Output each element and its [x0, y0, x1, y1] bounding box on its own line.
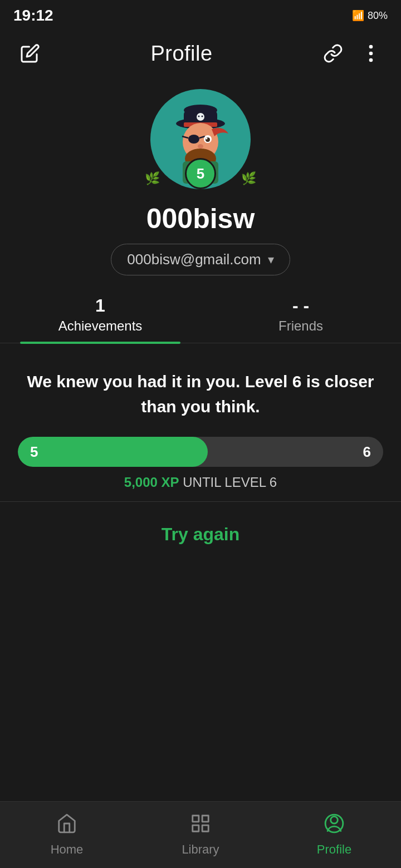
xp-progress-container: 5 6 5,000 XP UNTIL LEVEL 6	[18, 437, 383, 490]
edit-button[interactable]	[16, 39, 45, 68]
svg-rect-26	[202, 816, 208, 822]
level-badge: 5	[185, 158, 216, 189]
bottom-nav: Home Library Profile	[0, 801, 401, 868]
avatar-section: 🌿 5 🌿 000bisw 000bisw@gmail.com ▾ 1 Achi…	[0, 78, 401, 349]
leaf-left-icon: 🌿	[145, 171, 160, 186]
svg-rect-25	[193, 816, 199, 822]
network-indicator: 📶	[352, 9, 364, 22]
xp-amount: 5,000 XP	[124, 475, 179, 490]
email-text: 000bisw@gmail.com	[127, 251, 261, 268]
level-start: 5	[30, 443, 38, 461]
nav-library-label: Library	[182, 842, 219, 857]
xp-content-area: We knew you had it in you. Level 6 is cl…	[0, 349, 401, 502]
dropdown-arrow-icon: ▾	[268, 253, 274, 267]
tab-achievements[interactable]: 1 Achievements	[0, 295, 200, 343]
motivation-text: We knew you had it in you. Level 6 is cl…	[18, 369, 383, 419]
link-button[interactable]	[319, 39, 348, 68]
profile-nav-icon	[324, 813, 345, 839]
svg-rect-27	[193, 825, 199, 831]
svg-point-29	[331, 816, 338, 823]
home-icon	[56, 813, 77, 839]
email-selector[interactable]: 000bisw@gmail.com ▾	[111, 244, 290, 275]
xp-label: 5,000 XP UNTIL LEVEL 6	[18, 475, 383, 490]
level-end: 6	[363, 443, 371, 461]
svg-point-2	[369, 58, 373, 62]
app-bar: Profile	[0, 29, 401, 78]
svg-point-17	[198, 144, 203, 149]
friends-count: - -	[292, 295, 309, 316]
svg-rect-28	[202, 825, 208, 831]
page-title: Profile	[150, 42, 212, 66]
svg-point-1	[369, 52, 373, 56]
try-again-button[interactable]: Try again	[162, 524, 240, 545]
svg-point-16	[206, 138, 208, 140]
tabs-bar: 1 Achievements - - Friends	[0, 295, 401, 343]
achievements-count: 1	[95, 295, 105, 316]
progress-fill: 5	[18, 437, 208, 467]
nav-library[interactable]: Library	[134, 813, 267, 857]
nav-home-label: Home	[51, 842, 84, 857]
svg-point-11	[188, 135, 199, 144]
tab-friends[interactable]: - - Friends	[200, 295, 401, 343]
friends-label: Friends	[278, 318, 323, 334]
try-again-section: Try again	[0, 502, 401, 567]
svg-point-9	[202, 116, 203, 117]
leaf-right-icon: 🌿	[241, 171, 256, 186]
library-icon	[190, 813, 211, 839]
progress-track: 5 6	[18, 437, 383, 467]
status-time: 19:12	[13, 7, 53, 24]
svg-point-7	[197, 113, 204, 121]
username: 000bisw	[146, 203, 255, 235]
nav-profile-label: Profile	[317, 842, 351, 857]
battery-indicator: 80%	[368, 10, 388, 22]
status-bar: 19:12 📶 80%	[0, 0, 401, 29]
svg-point-8	[198, 116, 200, 117]
svg-point-0	[369, 45, 373, 49]
more-button[interactable]	[356, 39, 385, 68]
nav-profile[interactable]: Profile	[267, 813, 401, 857]
nav-home[interactable]: Home	[0, 813, 134, 857]
xp-until-label: UNTIL LEVEL 6	[183, 475, 277, 490]
app-bar-actions	[319, 39, 385, 68]
achievements-label: Achievements	[58, 318, 143, 334]
avatar-wrapper: 🌿 5 🌿	[150, 89, 251, 189]
status-icons: 📶 80%	[352, 9, 388, 22]
